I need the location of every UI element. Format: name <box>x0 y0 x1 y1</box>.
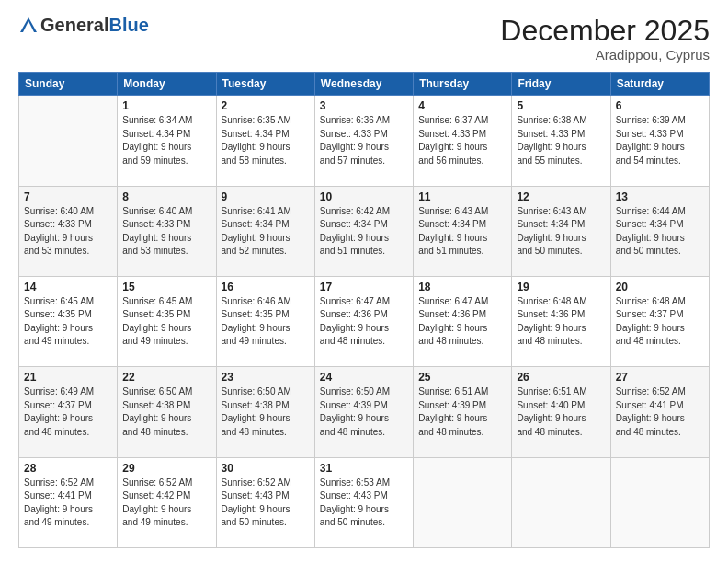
week-row-1: 7Sunrise: 6:40 AMSunset: 4:33 PMDaylight… <box>19 186 710 276</box>
location: Aradippou, Cyprus <box>500 47 710 63</box>
calendar-cell: 7Sunrise: 6:40 AMSunset: 4:33 PMDaylight… <box>19 186 118 276</box>
calendar-cell: 10Sunrise: 6:42 AMSunset: 4:34 PMDayligh… <box>314 186 413 276</box>
calendar-cell <box>610 457 709 547</box>
day-info: Sunrise: 6:51 AMSunset: 4:40 PMDaylight:… <box>517 385 605 439</box>
calendar-cell: 26Sunrise: 6:51 AMSunset: 4:40 PMDayligh… <box>512 367 610 457</box>
calendar-cell: 17Sunrise: 6:47 AMSunset: 4:36 PMDayligh… <box>314 276 413 366</box>
calendar-cell: 20Sunrise: 6:48 AMSunset: 4:37 PMDayligh… <box>610 276 709 366</box>
month-title: December 2025 <box>500 15 710 47</box>
day-number: 28 <box>24 462 112 475</box>
calendar-table: Sunday Monday Tuesday Wednesday Thursday… <box>18 72 710 548</box>
day-number: 6 <box>616 99 704 112</box>
day-info: Sunrise: 6:45 AMSunset: 4:35 PMDaylight:… <box>122 295 210 349</box>
logo-blue: Blue <box>108 15 148 35</box>
day-info: Sunrise: 6:36 AMSunset: 4:33 PMDaylight:… <box>320 114 408 167</box>
day-number: 14 <box>24 281 112 293</box>
week-row-2: 14Sunrise: 6:45 AMSunset: 4:35 PMDayligh… <box>19 276 710 366</box>
day-info: Sunrise: 6:47 AMSunset: 4:36 PMDaylight:… <box>320 295 408 349</box>
header-monday: Monday <box>118 73 216 96</box>
title-block: December 2025 Aradippou, Cyprus <box>500 15 710 63</box>
calendar-cell: 21Sunrise: 6:49 AMSunset: 4:37 PMDayligh… <box>19 367 118 457</box>
day-info: Sunrise: 6:50 AMSunset: 4:38 PMDaylight:… <box>122 385 210 439</box>
day-info: Sunrise: 6:52 AMSunset: 4:41 PMDaylight:… <box>616 385 704 439</box>
day-info: Sunrise: 6:50 AMSunset: 4:38 PMDaylight:… <box>222 385 310 439</box>
day-info: Sunrise: 6:41 AMSunset: 4:34 PMDaylight:… <box>222 205 310 259</box>
weekday-header-row: Sunday Monday Tuesday Wednesday Thursday… <box>19 73 710 96</box>
day-number: 12 <box>517 190 605 203</box>
calendar-cell: 16Sunrise: 6:46 AMSunset: 4:35 PMDayligh… <box>216 276 314 366</box>
calendar-cell: 9Sunrise: 6:41 AMSunset: 4:34 PMDaylight… <box>216 186 314 276</box>
day-number: 26 <box>517 371 605 384</box>
day-info: Sunrise: 6:49 AMSunset: 4:37 PMDaylight:… <box>24 385 112 439</box>
day-info: Sunrise: 6:43 AMSunset: 4:34 PMDaylight:… <box>418 205 506 259</box>
day-info: Sunrise: 6:42 AMSunset: 4:34 PMDaylight:… <box>320 205 408 259</box>
day-number: 31 <box>320 462 408 475</box>
day-info: Sunrise: 6:38 AMSunset: 4:33 PMDaylight:… <box>517 114 605 167</box>
day-number: 20 <box>616 281 704 293</box>
day-number: 16 <box>222 281 310 293</box>
header: GeneralBlue December 2025 Aradippou, Cyp… <box>18 15 710 63</box>
day-number: 23 <box>222 371 310 384</box>
week-row-0: 1Sunrise: 6:34 AMSunset: 4:34 PMDaylight… <box>19 96 710 186</box>
calendar-cell: 31Sunrise: 6:53 AMSunset: 4:43 PMDayligh… <box>314 457 413 547</box>
day-number: 2 <box>222 99 310 112</box>
calendar-cell: 25Sunrise: 6:51 AMSunset: 4:39 PMDayligh… <box>414 367 512 457</box>
day-info: Sunrise: 6:52 AMSunset: 4:42 PMDaylight:… <box>122 477 210 530</box>
calendar-cell: 12Sunrise: 6:43 AMSunset: 4:34 PMDayligh… <box>512 186 610 276</box>
calendar-body: 1Sunrise: 6:34 AMSunset: 4:34 PMDaylight… <box>19 96 710 548</box>
logo-text: GeneralBlue <box>40 15 149 36</box>
calendar-cell: 18Sunrise: 6:47 AMSunset: 4:36 PMDayligh… <box>414 276 512 366</box>
week-row-3: 21Sunrise: 6:49 AMSunset: 4:37 PMDayligh… <box>19 367 710 457</box>
day-info: Sunrise: 6:44 AMSunset: 4:34 PMDaylight:… <box>616 205 704 259</box>
calendar-cell: 22Sunrise: 6:50 AMSunset: 4:38 PMDayligh… <box>118 367 216 457</box>
calendar-cell: 19Sunrise: 6:48 AMSunset: 4:36 PMDayligh… <box>512 276 610 366</box>
header-wednesday: Wednesday <box>314 73 413 96</box>
day-info: Sunrise: 6:52 AMSunset: 4:41 PMDaylight:… <box>24 477 112 530</box>
calendar-cell <box>512 457 610 547</box>
day-number: 5 <box>517 99 605 112</box>
day-number: 29 <box>122 462 210 475</box>
day-number: 19 <box>517 281 605 293</box>
day-number: 18 <box>418 281 506 293</box>
day-info: Sunrise: 6:40 AMSunset: 4:33 PMDaylight:… <box>24 205 112 259</box>
day-number: 4 <box>418 99 506 112</box>
header-tuesday: Tuesday <box>216 73 314 96</box>
header-saturday: Saturday <box>610 73 709 96</box>
day-number: 22 <box>122 371 210 384</box>
header-friday: Friday <box>512 73 610 96</box>
day-number: 15 <box>122 281 210 293</box>
day-number: 11 <box>418 190 506 203</box>
day-number: 13 <box>616 190 704 203</box>
week-row-4: 28Sunrise: 6:52 AMSunset: 4:41 PMDayligh… <box>19 457 710 547</box>
day-number: 25 <box>418 371 506 384</box>
day-info: Sunrise: 6:48 AMSunset: 4:37 PMDaylight:… <box>616 295 704 349</box>
calendar-header: Sunday Monday Tuesday Wednesday Thursday… <box>19 73 710 96</box>
logo-icon <box>18 16 39 36</box>
calendar-cell: 11Sunrise: 6:43 AMSunset: 4:34 PMDayligh… <box>414 186 512 276</box>
day-number: 21 <box>24 371 112 384</box>
day-info: Sunrise: 6:43 AMSunset: 4:34 PMDaylight:… <box>517 205 605 259</box>
calendar-cell: 5Sunrise: 6:38 AMSunset: 4:33 PMDaylight… <box>512 96 610 186</box>
day-info: Sunrise: 6:39 AMSunset: 4:33 PMDaylight:… <box>616 114 704 167</box>
logo: GeneralBlue <box>18 15 149 36</box>
day-info: Sunrise: 6:48 AMSunset: 4:36 PMDaylight:… <box>517 295 605 349</box>
day-number: 1 <box>122 99 210 112</box>
logo-general: General <box>40 15 108 35</box>
calendar-cell: 27Sunrise: 6:52 AMSunset: 4:41 PMDayligh… <box>610 367 709 457</box>
day-info: Sunrise: 6:47 AMSunset: 4:36 PMDaylight:… <box>418 295 506 349</box>
day-info: Sunrise: 6:45 AMSunset: 4:35 PMDaylight:… <box>24 295 112 349</box>
calendar-cell: 14Sunrise: 6:45 AMSunset: 4:35 PMDayligh… <box>19 276 118 366</box>
calendar-cell: 1Sunrise: 6:34 AMSunset: 4:34 PMDaylight… <box>118 96 216 186</box>
day-number: 8 <box>122 190 210 203</box>
calendar-cell: 29Sunrise: 6:52 AMSunset: 4:42 PMDayligh… <box>118 457 216 547</box>
day-number: 7 <box>24 190 112 203</box>
day-number: 10 <box>320 190 408 203</box>
calendar-cell: 30Sunrise: 6:52 AMSunset: 4:43 PMDayligh… <box>216 457 314 547</box>
day-number: 9 <box>222 190 310 203</box>
header-sunday: Sunday <box>19 73 118 96</box>
day-info: Sunrise: 6:51 AMSunset: 4:39 PMDaylight:… <box>418 385 506 439</box>
calendar-cell: 28Sunrise: 6:52 AMSunset: 4:41 PMDayligh… <box>19 457 118 547</box>
calendar-cell: 23Sunrise: 6:50 AMSunset: 4:38 PMDayligh… <box>216 367 314 457</box>
calendar-cell <box>414 457 512 547</box>
calendar-cell: 3Sunrise: 6:36 AMSunset: 4:33 PMDaylight… <box>314 96 413 186</box>
